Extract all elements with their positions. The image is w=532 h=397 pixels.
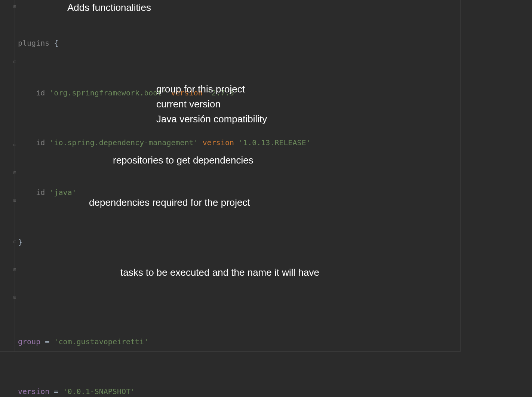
fold-close-icon[interactable]: ⊟ <box>13 58 16 66</box>
code-line: } <box>18 235 460 249</box>
fold-close-icon[interactable]: ⊟ <box>13 294 16 302</box>
fold-open-icon[interactable]: ⊟ <box>13 141 16 149</box>
code-line: plugins { <box>18 36 460 50</box>
code-editor[interactable]: ⊟ ⊟ ⊟ ⊟ ⊟ ⊟ ⊟ ⊟ plugins { id 'org.spring… <box>0 0 461 352</box>
annot-tasks: tasks to be executed and the name it wil… <box>120 265 319 281</box>
fold-open-icon[interactable]: ⊟ <box>13 266 16 274</box>
annot-dependencies: dependencies required for the project <box>89 195 250 211</box>
keyword-plugins: plugins <box>18 37 49 49</box>
annot-version: current version <box>156 97 221 112</box>
gutter: ⊟ ⊟ ⊟ ⊟ ⊟ ⊟ ⊟ ⊟ <box>0 0 15 351</box>
annot-plugins: Adds functionalities <box>67 0 151 16</box>
code-line: id 'io.spring.dependency-management' ver… <box>18 135 460 149</box>
fold-close-icon[interactable]: ⊟ <box>13 238 16 246</box>
fold-close-icon[interactable]: ⊟ <box>13 169 16 177</box>
code-line: version = '0.0.1-SNAPSHOT' <box>18 384 460 397</box>
fold-open-icon[interactable]: ⊟ <box>13 197 16 205</box>
code-line: group = 'com.gustavopeiretti' <box>18 335 460 348</box>
annot-group: group for this project <box>156 82 245 97</box>
annot-repositories: repositories to get dependencies <box>113 153 253 168</box>
annot-sourcecompat: Java versión compatibility <box>156 112 267 127</box>
fold-open-icon[interactable]: ⊟ <box>13 3 16 11</box>
code-line-blank <box>18 285 460 299</box>
